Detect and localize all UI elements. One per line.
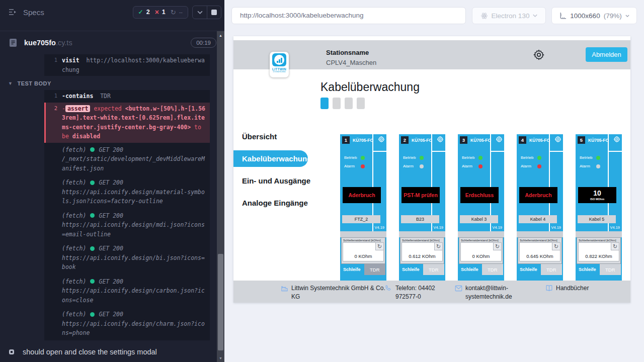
divider [576,231,622,237]
footer-item: kontakt@littwin-systemtechnik.de [455,284,522,301]
fetch-log-row[interactable]: (fetch) GET 200 https://api.iconify.desi… [44,209,210,242]
visit-command-row[interactable]: 1 visit http://localhost:3000/kabelueber… [44,54,210,76]
viewport-dropdown[interactable]: 1000x660 (79%) [551,7,637,24]
fetch-log-row[interactable]: (fetch) GET 200 https://api.iconify.desi… [44,175,210,209]
collapse-chevron-button[interactable] [193,6,207,19]
footer-text[interactable]: kontakt@littwin-systemtechnik.de [465,284,522,301]
ruler-icon [559,12,567,20]
resistance-panel: Schleifenwiderstand [kOhm] ↻ 0.822 KOhm [577,237,621,264]
card-settings-gear-icon[interactable] [554,136,561,143]
rack-tab-rack-2[interactable] [333,98,341,109]
alarm-led [478,164,482,168]
browser-select[interactable]: Electron 130 [472,7,546,24]
rack-tab-rack-3[interactable] [345,98,353,109]
fetch-log-row[interactable]: (fetch) GET 200 https://api.iconify.desi… [44,241,210,275]
browser-name: Electron 130 [492,12,530,20]
logout-button[interactable]: Abmelden [586,47,627,62]
schleife-button[interactable]: Schleife [459,264,480,275]
scroll-down-arrow[interactable]: ▼ [217,354,224,362]
resistance-value: 0.822 KOhm [579,253,619,259]
sidebar-item-analoge-eingänge[interactable]: Analoge Eingänge [233,192,312,214]
stop-button[interactable] [207,6,221,19]
settings-gear-icon[interactable] [533,49,545,61]
chevron-down-icon [533,14,537,17]
refresh-icon[interactable]: ↻ [434,243,442,250]
resistance-value-box: ↻ 0.822 KOhm [578,242,619,261]
spec-duration-badge: 00:19 [191,38,216,48]
firmware-version: V4.19 [610,225,620,230]
card-settings-gear-icon[interactable] [496,136,503,143]
status-display: 10 ISO MOhm [578,187,616,203]
schleife-button[interactable]: Schleife [341,264,363,275]
station-label: Stationsname [326,49,376,56]
alarm-text: Aderbruch [525,192,551,198]
tdr-button[interactable]: TDR [600,264,621,275]
refresh-icon[interactable]: ↻ [552,243,560,250]
tdr-button[interactable]: TDR [423,264,445,275]
footer-item: Handbücher [545,284,611,293]
app-footer: Littwin Systemtechnik GmbH & Co. KG Tele… [233,281,630,303]
assert-failed-row[interactable]: 2 -assert expected <button.w-[50%].h-[1.… [44,103,210,143]
betrieb-label: Betrieb [580,155,596,160]
divider [550,151,563,152]
card-settings-gear-icon[interactable] [613,136,620,143]
scroll-up-arrow[interactable]: ▲ [217,31,224,39]
refresh-icon[interactable]: ↻ [375,243,383,250]
fetch-label: (fetch) [62,244,86,253]
firmware-version: V4.19 [433,225,443,230]
resistance-value: 0 KOhm [343,253,383,259]
fetch-log-row[interactable]: (fetch) GET 200 /_next/static/developmen… [44,143,210,176]
tdr-button[interactable]: TDR [482,264,504,275]
sidebar-item-kabelüberwachung[interactable]: Kabelüberwachung [233,150,308,167]
fetch-log-row[interactable]: (fetch) GET 200 https://api.iconify.desi… [44,275,210,308]
station-info: Stationsname CPLV4_Maschen [326,49,376,66]
pending-test-icon [9,349,14,354]
spec-file-row[interactable]: kue705fo.cy.ts 00:19 [0,31,224,54]
card-settings-gear-icon[interactable] [437,136,444,143]
footer-text: Littwin Systemtechnik GmbH & Co. KG [291,284,388,301]
schleife-button[interactable]: Schleife [518,264,539,275]
alarm-label: Alarm [403,164,420,168]
betrieb-label: Betrieb [344,155,361,160]
refresh-icon[interactable]: ↻ [611,243,619,250]
reporter-actions [192,6,221,19]
fetch-label: (fetch) [62,277,86,287]
footer-item: Telefon: 04402 972577-0 [385,284,447,301]
device-card: 2 KÜ705-FO Betrieb Alarm PST-M prüfen B2… [399,134,445,281]
device-model: KÜ705-FO [470,138,491,143]
status-ok-dot [90,279,95,284]
specs-label: Specs [23,8,133,17]
resistance-value-box: ↻ 0 KOhm [343,242,384,261]
app-header: Stationsname CPLV4_Maschen Abmelden [233,40,630,69]
rack-tab-rack-4[interactable] [357,98,365,109]
footer-text[interactable]: Handbücher [556,284,611,293]
url-input[interactable]: http://localhost:3000/kabelueberwachung [231,7,466,24]
resistance-panel: Schleifenwiderstand [kOhm] ↻ 0.612 KOhm [400,237,444,264]
schleife-button[interactable]: Schleife [577,264,598,275]
device-model: KÜ705-FO [588,138,609,143]
pending-test-row[interactable]: should open and close the settings modal [0,340,224,362]
tdr-button[interactable]: TDR [364,264,386,275]
refresh-icon[interactable]: ↻ [493,243,501,250]
rack-tab-rack-1[interactable] [320,98,329,109]
sidebar-item-ein-und-ausgänge[interactable]: Ein- und Ausgänge [233,169,312,192]
status-ok-dot [90,246,95,251]
card-number-badge: 5 [578,136,585,144]
status-ok-dot [90,147,95,152]
footer-text[interactable]: Telefon: 04402 972577-0 [395,284,447,301]
fetch-log-list: (fetch) GET 200 /_next/static/developmen… [44,143,210,340]
card-settings-gear-icon[interactable] [378,136,385,143]
betrieb-led [596,156,600,160]
schleife-button[interactable]: Schleife [400,264,422,275]
sidebar-item-übersicht[interactable]: Übersicht [233,125,312,147]
tdr-button[interactable]: TDR [541,264,562,275]
specs-menu-icon[interactable] [8,8,18,16]
scrollbar-thumb[interactable] [218,254,223,350]
stop-icon [211,10,217,15]
fetch-log-row[interactable]: (fetch) GET 200 https://api.iconify.desi… [44,307,210,340]
betrieb-led [361,156,365,160]
test-body-section-header[interactable]: ▼ TEST BODY [8,80,224,86]
reporter-scrollbar[interactable]: ▲ ▼ [217,31,224,362]
contains-command-row[interactable]: 1 -contains TDR [44,90,210,103]
fetch-status: GET 200 [99,310,123,319]
